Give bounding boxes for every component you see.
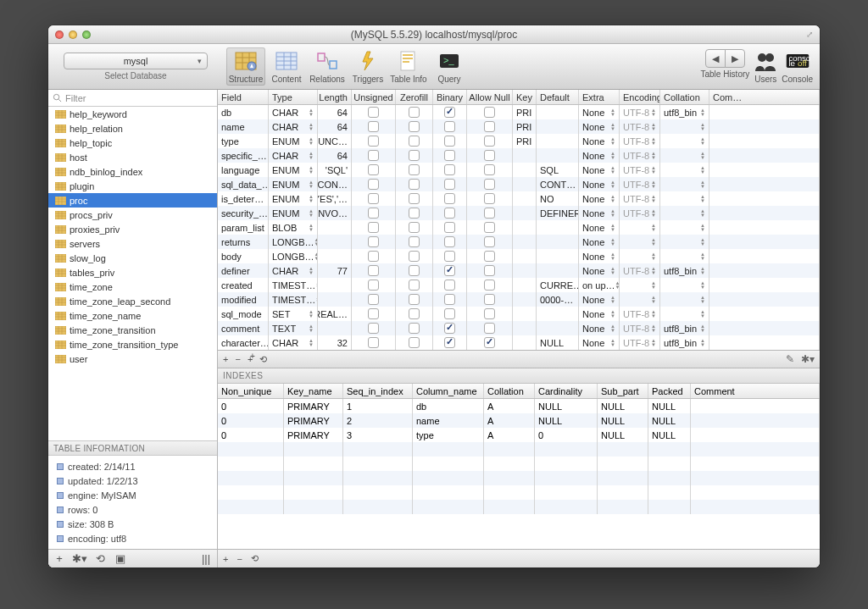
checkbox[interactable]	[368, 222, 379, 233]
checkbox[interactable]	[484, 265, 495, 276]
checkbox[interactable]	[444, 280, 455, 291]
checkbox[interactable]	[484, 136, 495, 147]
sidebar-item-help_relation[interactable]: help_relation	[48, 121, 217, 136]
sidebar-item-time_zone_leap_second[interactable]: time_zone_leap_second	[48, 294, 217, 308]
checkbox[interactable]	[484, 294, 495, 305]
add-table-button[interactable]: +	[52, 552, 67, 566]
indexes-body[interactable]: 0PRIMARY1dbANULLNULLNULL0PRIMARY2nameANU…	[218, 399, 820, 549]
tab-structure[interactable]: Structure	[226, 47, 265, 86]
checkbox[interactable]	[409, 107, 420, 118]
database-select[interactable]: mysql	[64, 53, 208, 69]
checkbox[interactable]	[368, 121, 379, 132]
table-gear-button[interactable]: ✱▾	[72, 552, 87, 566]
column-row[interactable]: dbCHAR▲▼64PRINone▲▼UTF-8▲▼utf8_bin▲▼	[218, 105, 820, 119]
add-index-button[interactable]: +	[223, 554, 228, 564]
checkbox[interactable]	[409, 164, 420, 175]
checkbox[interactable]	[444, 294, 455, 305]
checkbox[interactable]	[484, 179, 495, 190]
checkbox[interactable]	[368, 265, 379, 276]
checkbox[interactable]	[444, 121, 455, 132]
column-row[interactable]: languageENUM▲▼'SQL'SQLNone▲▼UTF-8▲▼▲▼	[218, 163, 820, 177]
checkbox[interactable]	[368, 308, 379, 319]
table-history[interactable]: ◀ ▶ Table History	[700, 49, 749, 79]
index-row[interactable]: 0PRIMARY2nameANULLNULLNULL	[218, 413, 820, 428]
column-row[interactable]: sql_modeSET▲▼'REAL…None▲▼UTF-8▲▼▲▼	[218, 307, 820, 321]
index-row[interactable]: 0PRIMARY3typeA0NULLNULL	[218, 428, 820, 442]
sidebar-item-user[interactable]: user	[48, 352, 217, 366]
column-row[interactable]: specific_…CHAR▲▼64None▲▼UTF-8▲▼▲▼	[218, 148, 820, 163]
edit-icon[interactable]: ✎	[786, 353, 794, 365]
sidebar-item-ndb_binlog_index[interactable]: ndb_binlog_index	[48, 164, 217, 179]
checkbox[interactable]	[409, 265, 420, 276]
column-row[interactable]: nameCHAR▲▼64PRINone▲▼UTF-8▲▼▲▼	[218, 119, 820, 134]
checkbox[interactable]	[484, 121, 495, 132]
checkbox[interactable]	[444, 150, 455, 161]
column-row[interactable]: definerCHAR▲▼77None▲▼UTF-8▲▼utf8_bin▲▼	[218, 263, 820, 278]
refresh-columns-button[interactable]: ⟲	[259, 354, 267, 365]
checkbox[interactable]	[409, 179, 420, 190]
checkbox[interactable]	[409, 236, 420, 247]
checkbox[interactable]	[484, 280, 495, 291]
checkbox[interactable]	[444, 107, 455, 118]
checkbox[interactable]	[484, 164, 495, 175]
sidebar-drag-icon[interactable]: |||	[198, 552, 214, 566]
checkbox[interactable]	[368, 323, 379, 334]
sidebar-item-proxies_priv[interactable]: proxies_priv	[48, 222, 217, 236]
checkbox[interactable]	[444, 251, 455, 262]
sidebar-item-help_keyword[interactable]: help_keyword	[48, 107, 217, 121]
checkbox[interactable]	[484, 107, 495, 118]
fullscreen-icon[interactable]: ⤢	[806, 30, 813, 39]
checkbox[interactable]	[409, 337, 420, 348]
tab-content[interactable]: Content	[267, 47, 306, 86]
column-row[interactable]: bodyLONGB…▲▼None▲▼▲▼▲▼	[218, 249, 820, 263]
checkbox[interactable]	[484, 251, 495, 262]
column-row[interactable]: commentTEXT▲▼None▲▼UTF-8▲▼utf8_bin▲▼	[218, 321, 820, 335]
sidebar-item-proc[interactable]: proc	[48, 193, 217, 208]
sidebar-item-plugin[interactable]: plugin	[48, 179, 217, 193]
checkbox[interactable]	[444, 179, 455, 190]
minimize-icon[interactable]	[69, 30, 77, 39]
tab-table-info[interactable]: Table Info	[389, 47, 428, 86]
column-row[interactable]: is_deter…ENUM▲▼'YES','…NONone▲▼UTF-8▲▼▲▼	[218, 191, 820, 206]
checkbox[interactable]	[444, 236, 455, 247]
checkbox[interactable]	[409, 308, 420, 319]
checkbox[interactable]	[409, 251, 420, 262]
remove-index-button[interactable]: −	[236, 554, 242, 564]
refresh-indexes-button[interactable]: ⟲	[251, 553, 259, 564]
sidebar-item-procs_priv[interactable]: procs_priv	[48, 208, 217, 222]
checkbox[interactable]	[368, 251, 379, 262]
sidebar-item-host[interactable]: host	[48, 150, 217, 164]
checkbox[interactable]	[444, 308, 455, 319]
checkbox[interactable]	[484, 222, 495, 233]
checkbox[interactable]	[484, 150, 495, 161]
sidebar-item-time_zone[interactable]: time_zone	[48, 280, 217, 294]
toggle-info-button[interactable]: ▣	[113, 552, 128, 566]
close-icon[interactable]	[55, 30, 64, 39]
checkbox[interactable]	[409, 136, 420, 147]
column-row[interactable]: typeENUM▲▼'FUNC…PRINone▲▼UTF-8▲▼▲▼	[218, 134, 820, 148]
console-button[interactable]: consoleoff Console	[782, 49, 813, 84]
checkbox[interactable]	[368, 236, 379, 247]
sidebar-item-slow_log[interactable]: slow_log	[48, 251, 217, 265]
checkbox[interactable]	[409, 280, 420, 291]
tab-query[interactable]: >_ Query	[430, 47, 469, 86]
checkbox[interactable]	[409, 121, 420, 132]
checkbox[interactable]	[368, 208, 379, 219]
checkbox[interactable]	[484, 337, 495, 348]
checkbox[interactable]	[368, 179, 379, 190]
remove-column-button[interactable]: −	[235, 354, 240, 364]
checkbox[interactable]	[444, 164, 455, 175]
checkbox[interactable]	[368, 164, 379, 175]
checkbox[interactable]	[444, 193, 455, 204]
history-back-icon[interactable]: ◀	[705, 49, 726, 68]
checkbox[interactable]	[409, 208, 420, 219]
column-row[interactable]: security_…ENUM▲▼'INVO…DEFINERNone▲▼UTF-8…	[218, 206, 820, 220]
checkbox[interactable]	[368, 280, 379, 291]
index-row[interactable]: 0PRIMARY1dbANULLNULLNULL	[218, 399, 820, 413]
checkbox[interactable]	[368, 337, 379, 348]
checkbox[interactable]	[409, 193, 420, 204]
checkbox[interactable]	[368, 193, 379, 204]
column-row[interactable]: param_listBLOB▲▼None▲▼▲▼▲▼	[218, 220, 820, 235]
checkbox[interactable]	[368, 136, 379, 147]
column-row[interactable]: character…CHAR▲▼32NULLNone▲▼UTF-8▲▼utf8_…	[218, 335, 820, 350]
